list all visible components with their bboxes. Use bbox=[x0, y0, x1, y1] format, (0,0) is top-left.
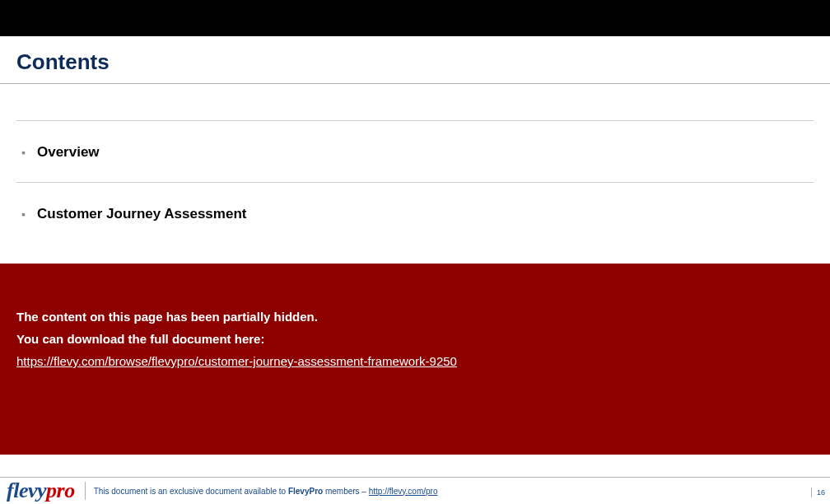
toc-item-label: Overview bbox=[37, 144, 100, 161]
toc-area: ▪ Overview ▪ Customer Journey Assessment bbox=[0, 120, 830, 222]
divider-1 bbox=[16, 120, 814, 121]
toc-item-label: Customer Journey Assessment bbox=[37, 206, 246, 222]
download-link[interactable]: https://flevy.com/browse/flevypro/custom… bbox=[16, 354, 457, 368]
bullet-square-icon: ▪ bbox=[21, 208, 26, 221]
toc-item: ▪ Customer Journey Assessment bbox=[21, 206, 814, 222]
footer-text: This document is an exclusive document a… bbox=[94, 487, 438, 496]
page-number: 16 bbox=[817, 488, 825, 497]
top-black-bar bbox=[0, 0, 830, 36]
page-title: Contents bbox=[16, 49, 814, 75]
logo-text-flevy: flevy bbox=[7, 478, 46, 503]
footer-link[interactable]: http://flevy.com/pro bbox=[369, 487, 438, 496]
page-number-divider bbox=[811, 488, 812, 497]
flevypro-logo: flevypro bbox=[7, 478, 75, 503]
footer-mid: members – bbox=[323, 487, 369, 496]
divider-2 bbox=[16, 182, 814, 183]
footer: flevypro This document is an exclusive d… bbox=[0, 477, 830, 504]
footer-divider bbox=[85, 482, 86, 500]
logo-text-pro: pro bbox=[46, 478, 75, 503]
bullet-square-icon: ▪ bbox=[21, 146, 26, 159]
footer-prefix: This document is an exclusive document a… bbox=[94, 487, 288, 496]
toc-item: ▪ Overview bbox=[21, 144, 814, 161]
overlay-text-line1: The content on this page has been partia… bbox=[16, 310, 814, 324]
header-area: Contents bbox=[0, 36, 830, 80]
overlay-text-line2: You can download the full document here: bbox=[16, 332, 814, 346]
page-number-area: 16 bbox=[811, 488, 825, 497]
hidden-content-overlay: The content on this page has been partia… bbox=[0, 264, 830, 455]
title-underline bbox=[0, 83, 830, 84]
footer-bold: FlevyPro bbox=[288, 487, 323, 496]
